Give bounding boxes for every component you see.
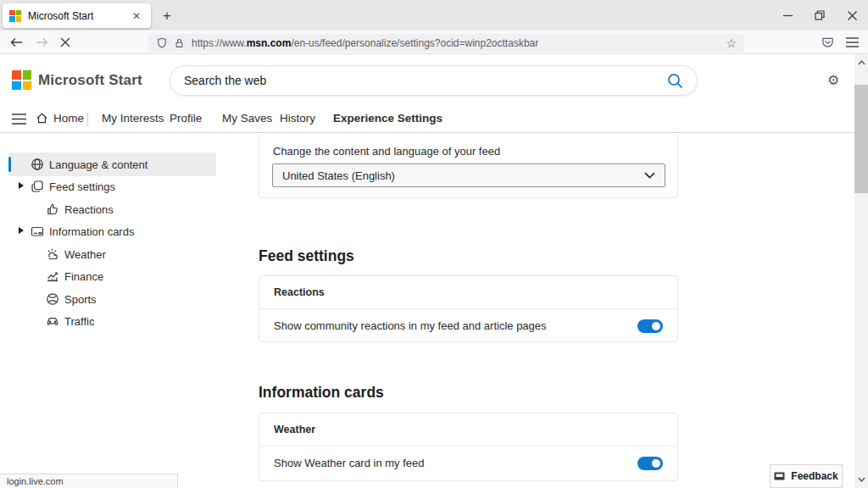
thumbs-up-icon: [46, 202, 59, 216]
weather-toggle[interactable]: [637, 457, 663, 470]
nav-item-profile[interactable]: Profile: [170, 112, 202, 125]
minimize-button[interactable]: [771, 0, 804, 30]
sidebar-item-feed-settings[interactable]: Feed settings: [8, 175, 216, 198]
language-label: Change the content and language of your …: [273, 145, 500, 158]
url-text: https://www.msn.com/en-us/feed/personali…: [192, 37, 538, 49]
nav-hamburger-icon[interactable]: [12, 114, 26, 125]
feed-settings-heading: Feed settings: [259, 247, 354, 265]
msn-navigation: Home My Interests Profile My Saves Histo…: [0, 106, 854, 133]
toggle-knob: [652, 322, 660, 330]
nav-item-home[interactable]: Home: [36, 112, 84, 125]
toggle-knob: [652, 459, 660, 468]
language-dropdown-value: United States (English): [282, 169, 395, 182]
web-search-box[interactable]: [170, 65, 698, 96]
microsoft-favicon-icon: [9, 10, 21, 22]
microsoft-logo-icon: [12, 70, 31, 90]
lock-icon[interactable]: [174, 37, 185, 49]
bookmark-star-icon[interactable]: ☆: [726, 37, 737, 49]
window-controls: [771, 0, 868, 30]
nav-item-history[interactable]: History: [280, 112, 315, 125]
expand-caret-icon[interactable]: [19, 227, 24, 234]
page-scrollbar[interactable]: [854, 54, 868, 488]
brand-name: Microsoft Start: [38, 72, 142, 89]
pocket-icon[interactable]: [820, 35, 835, 50]
new-tab-button[interactable]: +: [158, 7, 176, 25]
url-bar[interactable]: https://www.msn.com/en-us/feed/personali…: [148, 34, 744, 52]
tab-title: Microsoft Start: [28, 10, 129, 22]
stop-button[interactable]: [56, 33, 75, 52]
settings-gear-icon[interactable]: ⚙: [827, 72, 839, 88]
scrollbar-thumb[interactable]: [854, 85, 868, 193]
browser-tab[interactable]: Microsoft Start ✕: [3, 3, 151, 28]
tracking-protection-shield-icon[interactable]: [156, 36, 168, 49]
reactions-toggle-label: Show community reactions in my feed and …: [274, 319, 547, 332]
feedback-button[interactable]: Feedback: [770, 464, 843, 488]
back-button[interactable]: [7, 33, 25, 52]
nav-divider: [87, 113, 88, 126]
browser-titlebar: Microsoft Start ✕ +: [0, 0, 868, 30]
weather-card: Weather Show Weather card in my feed: [259, 413, 678, 481]
reactions-toggle[interactable]: [637, 319, 663, 333]
close-window-button[interactable]: [836, 0, 868, 30]
sidebar-item-traffic[interactable]: Traffic: [8, 309, 216, 333]
weather-icon: [46, 247, 59, 261]
restore-button[interactable]: [804, 0, 836, 30]
browser-window: Microsoft Start ✕ +: [0, 0, 868, 488]
nav-item-experience-settings[interactable]: Experience Settings: [333, 112, 442, 125]
feed-icon: [31, 180, 44, 193]
expand-caret-icon[interactable]: [19, 182, 24, 189]
sports-icon: [46, 292, 59, 306]
language-dropdown[interactable]: United States (English): [272, 164, 665, 187]
cards-icon: [31, 225, 44, 238]
weather-toggle-label: Show Weather card in my feed: [274, 457, 425, 469]
browser-menu-icon[interactable]: [844, 35, 860, 50]
scroll-up-icon[interactable]: [854, 56, 868, 69]
weather-card-title: Weather: [259, 413, 677, 446]
sidebar-item-information-cards[interactable]: Information cards: [8, 219, 216, 243]
traffic-icon: [46, 314, 59, 328]
scroll-down-icon[interactable]: [854, 473, 868, 486]
nav-item-my-interests[interactable]: My Interests: [102, 112, 164, 125]
reactions-card: Reactions Show community reactions in my…: [259, 275, 678, 342]
home-icon: [36, 112, 48, 125]
nav-item-my-saves[interactable]: My Saves: [222, 112, 272, 125]
language-card: Change the content and language of your …: [259, 134, 678, 198]
reactions-card-title: Reactions: [259, 276, 677, 309]
finance-icon: [46, 269, 59, 283]
msn-brand[interactable]: Microsoft Start: [12, 70, 142, 90]
search-input[interactable]: [184, 74, 667, 87]
forward-button[interactable]: [32, 33, 51, 52]
sidebar-item-sports[interactable]: Sports: [8, 287, 216, 311]
tab-close-icon[interactable]: ✕: [129, 8, 144, 24]
sidebar-item-language-content[interactable]: Language & content: [8, 152, 216, 176]
chevron-down-icon: [644, 172, 655, 179]
status-bar-link: login.live.com: [0, 474, 178, 488]
sidebar-item-weather[interactable]: Weather: [8, 242, 216, 266]
sidebar-item-reactions[interactable]: Reactions: [8, 197, 216, 221]
sidebar-item-finance[interactable]: Finance: [8, 264, 216, 288]
globe-icon: [31, 158, 44, 171]
feedback-icon: [774, 472, 785, 480]
information-cards-heading: Information cards: [259, 384, 384, 402]
search-icon[interactable]: [667, 73, 683, 89]
